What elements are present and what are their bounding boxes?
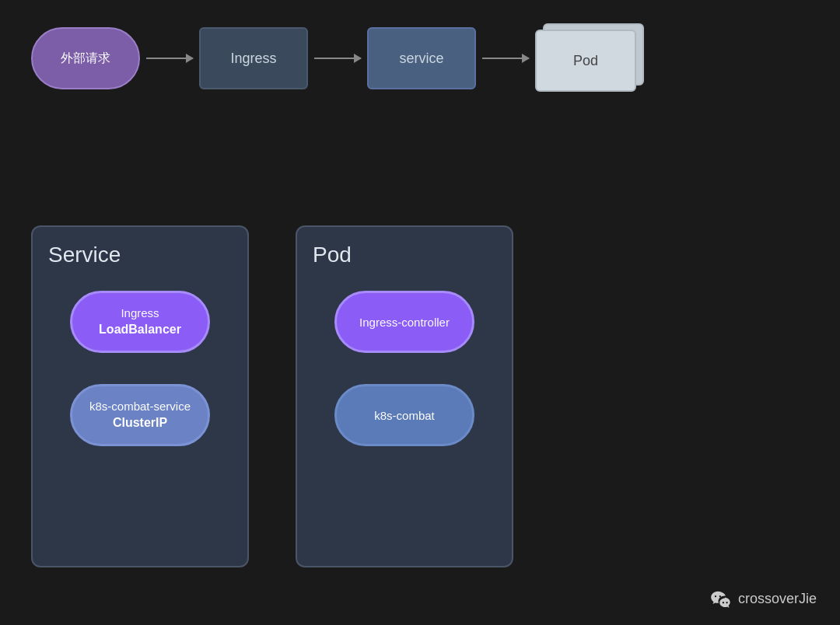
arrow-2 (314, 58, 361, 59)
pod-front: Pod (535, 30, 636, 92)
pill-line1: Ingress (121, 305, 159, 321)
pill-line1: k8s-combat (374, 407, 435, 424)
arrow-3 (482, 58, 529, 59)
wechat-icon (710, 588, 732, 609)
arrow-line-3 (482, 58, 529, 59)
node-pod-top: Pod (535, 23, 644, 93)
pill-ingress-loadbalancer: Ingress LoadBalancer (70, 291, 210, 353)
arrow-line-1 (146, 58, 193, 59)
watermark: crossoverJie (710, 588, 817, 609)
node-label: 外部请求 (61, 51, 110, 67)
node-waibuwaibu: 外部请求 (31, 27, 140, 89)
node-label: Pod (573, 53, 598, 69)
bottom-section: Service Ingress LoadBalancer k8s-combat-… (31, 225, 513, 567)
arrow-line-2 (314, 58, 361, 59)
node-service-top: service (367, 27, 476, 89)
node-ingress-top: Ingress (199, 27, 308, 89)
node-label: Ingress (230, 51, 276, 67)
pod-container: Pod Ingress-controller k8s-combat (296, 225, 513, 567)
pill-k8s-combat-service: k8s-combat-service ClusterIP (70, 384, 210, 446)
pill-line2: LoadBalancer (99, 321, 181, 338)
arrow-1 (146, 58, 193, 59)
watermark-text: crossoverJie (738, 591, 817, 607)
pill-line1: k8s-combat-service (89, 398, 191, 414)
node-label: service (399, 51, 443, 67)
pill-line2: ClusterIP (113, 414, 167, 431)
pill-k8s-combat: k8s-combat (334, 384, 474, 446)
service-container: Service Ingress LoadBalancer k8s-combat-… (31, 225, 249, 567)
pill-line1: Ingress-controller (359, 314, 450, 330)
top-diagram: 外部请求 Ingress service Pod (31, 23, 644, 93)
pod-container-title: Pod (313, 243, 496, 267)
pill-ingress-controller: Ingress-controller (334, 291, 474, 353)
service-container-title: Service (48, 243, 232, 267)
